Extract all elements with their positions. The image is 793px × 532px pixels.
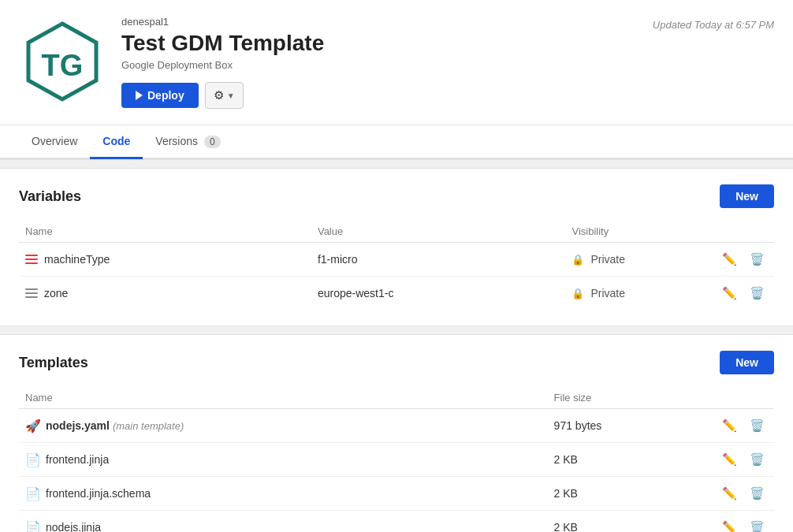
lock-icon: 🔒 <box>571 254 584 266</box>
table-row: 📄 frontend.jinja 2 KB ✏️ 🗑️ <box>19 443 774 477</box>
variables-table-header-row: Name Value Visibility <box>19 221 774 243</box>
table-row: 📄 nodejs.jinja 2 KB ✏️ 🗑️ <box>19 511 774 533</box>
templates-section: Templates New Name File size 🚀 nodejs.ya… <box>0 335 793 532</box>
versions-badge: 0 <box>204 136 221 148</box>
edit-button[interactable]: ✏️ <box>719 485 740 502</box>
visibility-label: Private <box>590 253 625 266</box>
edit-button[interactable]: ✏️ <box>719 519 740 532</box>
template-name-cell-1: 📄 frontend.jinja <box>19 443 548 477</box>
table-row: zone europe-west1-c 🔒 Private ✏️ 🗑️ <box>19 277 774 311</box>
file-icon: 📄 <box>25 452 41 467</box>
variables-section: Variables New Name Value Visibility mach… <box>0 169 793 326</box>
page-header: TG denespal1 Test GDM Template Google De… <box>0 0 793 125</box>
gear-icon: ⚙ <box>214 88 224 102</box>
template-name-label[interactable]: frontend.jinja <box>46 453 109 466</box>
visibility-label: Private <box>590 287 625 299</box>
header-actions: Deploy ⚙ ▼ <box>121 82 774 109</box>
updated-timestamp: Updated Today at 6:57 PM <box>653 19 774 31</box>
play-icon <box>136 91 143 100</box>
templates-section-header: Templates New <box>19 351 774 374</box>
templates-table: Name File size 🚀 nodejs.yaml (main templ… <box>19 387 774 532</box>
var-actions-cell-0: ✏️ 🗑️ <box>713 243 774 277</box>
template-actions-cell-3: ✏️ 🗑️ <box>698 511 774 533</box>
section-separator-mid <box>0 326 793 335</box>
edit-button[interactable]: ✏️ <box>719 451 740 468</box>
file-icon: 📄 <box>25 520 41 533</box>
settings-button[interactable]: ⚙ ▼ <box>205 82 244 109</box>
template-actions-cell-1: ✏️ 🗑️ <box>698 443 774 477</box>
deploy-label: Deploy <box>147 89 184 102</box>
tab-versions-label: Versions <box>155 135 198 147</box>
delete-button[interactable]: 🗑️ <box>746 285 768 302</box>
tab-versions[interactable]: Versions 0 <box>143 125 233 159</box>
edit-button[interactable]: ✏️ <box>719 417 740 434</box>
chevron-down-icon: ▼ <box>227 91 235 100</box>
col-header-name: Name <box>19 221 311 243</box>
var-actions-cell-1: ✏️ 🗑️ <box>713 277 774 311</box>
template-actions-cell-0: ✏️ 🗑️ <box>698 409 774 443</box>
template-name-label[interactable]: frontend.jinja.schema <box>46 487 151 500</box>
edit-button[interactable]: ✏️ <box>719 251 740 268</box>
page-subtitle: Google Deployment Box <box>121 59 774 71</box>
col-tactions-header <box>698 387 774 409</box>
delete-button[interactable]: 🗑️ <box>746 251 768 268</box>
template-size-cell-0: 971 bytes <box>548 409 699 443</box>
variables-section-header: Variables New <box>19 184 774 208</box>
delete-button[interactable]: 🗑️ <box>746 485 768 502</box>
variables-table: Name Value Visibility machineType f1-mic… <box>19 221 774 310</box>
var-value-cell-1: europe-west1-c <box>311 277 566 311</box>
file-icon: 📄 <box>25 486 41 501</box>
var-value-cell-0: f1-micro <box>311 243 566 277</box>
tab-code[interactable]: Code <box>90 125 143 159</box>
drag-handle-icon[interactable] <box>25 288 38 298</box>
variables-new-button[interactable]: New <box>720 184 774 208</box>
page-title: Test GDM Template <box>121 31 774 56</box>
app-logo: TG <box>19 19 106 106</box>
var-name-cell-0: machineType <box>19 243 311 277</box>
template-actions-cell-2: ✏️ 🗑️ <box>698 477 774 511</box>
delete-button[interactable]: 🗑️ <box>746 417 768 434</box>
var-name-label: machineType <box>44 253 110 266</box>
tab-overview[interactable]: Overview <box>19 125 90 159</box>
templates-title: Templates <box>19 355 88 371</box>
tab-bar: Overview Code Versions 0 <box>0 125 793 159</box>
main-template-label: (main template) <box>113 420 184 432</box>
template-size-cell-3: 2 KB <box>548 511 699 533</box>
col-header-value: Value <box>311 221 566 243</box>
templates-table-header-row: Name File size <box>19 387 774 409</box>
template-name-cell-3: 📄 nodejs.jinja <box>19 511 548 533</box>
template-size-cell-1: 2 KB <box>548 443 699 477</box>
var-visibility-cell-1: 🔒 Private <box>565 277 713 311</box>
delete-button[interactable]: 🗑️ <box>746 519 768 532</box>
templates-new-button[interactable]: New <box>720 351 774 374</box>
template-name-cell-2: 📄 frontend.jinja.schema <box>19 477 548 511</box>
drag-handle-icon[interactable] <box>25 255 38 264</box>
deploy-button[interactable]: Deploy <box>121 83 199 108</box>
table-row: 📄 frontend.jinja.schema 2 KB ✏️ 🗑️ <box>19 477 774 511</box>
col-header-visibility: Visibility <box>565 221 713 243</box>
col-fsize-header: File size <box>548 387 699 409</box>
col-tname-header: Name <box>19 387 548 409</box>
rocket-icon: 🚀 <box>25 419 41 433</box>
delete-button[interactable]: 🗑️ <box>746 451 768 468</box>
lock-icon: 🔒 <box>571 288 584 299</box>
template-name-label[interactable]: nodejs.jinja <box>46 521 101 532</box>
var-name-label: zone <box>44 287 68 299</box>
section-separator-top <box>0 159 793 169</box>
template-name-label[interactable]: nodejs.yaml <box>46 419 110 432</box>
variables-title: Variables <box>19 188 81 205</box>
var-visibility-cell-0: 🔒 Private <box>565 243 713 277</box>
table-row: 🚀 nodejs.yaml (main template) 971 bytes … <box>19 409 774 443</box>
template-size-cell-2: 2 KB <box>548 477 699 511</box>
edit-button[interactable]: ✏️ <box>719 285 740 302</box>
template-name-cell-0: 🚀 nodejs.yaml (main template) <box>19 409 548 443</box>
table-row: machineType f1-micro 🔒 Private ✏️ 🗑️ <box>19 243 774 277</box>
svg-text:TG: TG <box>42 49 84 82</box>
col-header-actions <box>713 221 774 243</box>
var-name-cell-1: zone <box>19 277 311 311</box>
